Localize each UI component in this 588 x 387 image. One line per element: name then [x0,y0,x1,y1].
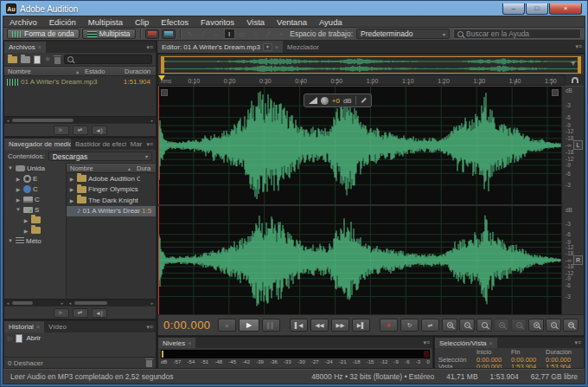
expander-icon[interactable]: ▶ [22,217,29,223]
scroll-right-icon[interactable]: ▸ [149,118,156,123]
loop-playback-button[interactable]: ⇄ [73,308,88,318]
move-tool[interactable]: ↖ [185,29,196,39]
menu-ayuda[interactable]: Ayuda [313,16,348,27]
zoom-to-out-point-button[interactable]: − [546,319,561,332]
column-name[interactable]: Nombre [67,164,128,172]
list-item[interactable]: ▶The Dark Knight [67,195,156,206]
column-duration[interactable]: Dura [137,164,156,172]
close-icon[interactable]: × [275,44,278,50]
horizontal-scrollbar[interactable]: ◂ ▸ [4,299,66,306]
scrollbar-thumb[interactable] [12,301,33,305]
panel-menu-icon[interactable]: ▾≡ [146,44,153,51]
tab-levels[interactable]: Niveles × [158,338,195,348]
zoom-out-vertical-button[interactable]: − [511,319,527,332]
close-icon[interactable]: × [188,340,191,346]
waveform-mode-button[interactable]: Forma de onda [7,29,80,39]
time-display[interactable]: 0:00.000 [163,319,215,332]
scrollbar-thumb[interactable] [74,301,107,305]
menu-ventana[interactable]: Ventana [271,16,313,27]
scroll-left-icon[interactable]: ◂ [67,300,74,306]
contents-dropdown[interactable]: Descargas ▾ [48,152,152,161]
trash-icon[interactable] [146,360,152,367]
horizontal-scrollbar[interactable]: ◂ ▸ [67,299,156,306]
tree-item-drive-e[interactable]: ▶E [4,173,66,184]
tab-files[interactable]: Archivos × [4,42,46,53]
expander-icon[interactable]: ▶ [15,197,22,203]
tree-item-folder-1[interactable]: ▶ [4,215,66,225]
menu-multipista[interactable]: Multipista [82,16,129,27]
tab-selection-view[interactable]: Selección/Vista × [435,338,497,348]
loop-playback-button[interactable]: ↻ [400,319,419,332]
menu-efectos[interactable]: Efectos [155,16,195,27]
skip-selection-button[interactable]: ⇄ [421,319,439,332]
scrollbar-thumb[interactable] [12,119,74,122]
record-button[interactable]: ● [380,319,398,332]
open-file-icon[interactable] [8,56,17,63]
play-button[interactable]: ▶ [239,319,259,332]
column-name[interactable]: Nombre [4,68,76,75]
zoom-to-in-point-button[interactable]: + [528,319,544,332]
channel-badge-l[interactable]: L [573,140,583,150]
razor-tool[interactable]: ∕ [198,29,209,39]
scroll-right-icon[interactable]: ▸ [59,300,66,306]
close-icon[interactable]: × [38,44,42,50]
expander-icon[interactable]: ▶ [68,186,75,192]
amplitude-ruler[interactable]: dB-3-6-9-12-18-∞-18-12-9-6-3LdB-3-6-9-12… [561,87,584,314]
menu-edicin[interactable]: Edición [43,16,82,27]
list-item[interactable]: ▶Finger Olympics [67,184,156,196]
tree-item-drives[interactable]: ▼Unida [4,163,66,173]
workspace-dropdown[interactable]: Predeterminado ▾ [356,29,450,39]
scroll-left-icon[interactable]: ◂ [4,118,11,123]
playhead-caret[interactable] [158,75,165,81]
panel-menu-icon[interactable]: ▾≡ [146,324,153,331]
auto-play-button[interactable]: ◄) [92,308,107,318]
lasso-selection-tool[interactable]: ○ [250,29,261,39]
tab-mixer[interactable]: Mezclador [283,41,323,53]
expander-icon[interactable]: ▶ [22,228,29,234]
slip-tool[interactable]: ↔ [211,29,222,39]
scroll-left-icon[interactable]: ◂ [4,300,11,306]
timeline-ruler[interactable]: hms 0:100:200:300:400:501:001:101:201:30… [158,74,565,86]
view-range-box[interactable] [161,56,581,74]
expander-icon[interactable]: ▶ [68,197,75,203]
tree-item-folder-2[interactable]: ▶ [4,225,66,235]
tab-editor[interactable]: Editor: 01 A Writer's Dream.mp3 ▼ × [157,41,283,53]
help-search[interactable] [453,29,581,39]
waveform-display[interactable]: +0 dB [158,87,561,314]
tree-item-drive-s[interactable]: ▼S [4,204,66,215]
auto-play-button[interactable]: ◄) [92,126,107,135]
tree-item-shortcuts[interactable]: ▼Méto [4,235,66,246]
close-icon[interactable]: × [36,324,40,330]
panel-menu-icon[interactable]: ▾≡ [146,141,153,148]
spot-healing-tool[interactable]: + [276,29,287,39]
snap-toggle[interactable] [565,74,584,86]
zoom-full-button[interactable] [476,319,492,332]
expander-icon[interactable]: ▼ [7,238,14,243]
play-button[interactable]: ▶ [54,126,69,135]
multitrack-mode-button[interactable]: Multipista [82,29,136,39]
files-search-input[interactable] [76,55,149,63]
expander-icon[interactable]: ▶ [68,176,75,182]
column-duration[interactable]: Duración [116,68,156,75]
channel-badge-r[interactable]: R [573,255,583,265]
panel-menu-icon[interactable]: ▾≡ [574,339,581,346]
time-selection-tool[interactable]: I [224,29,235,39]
pin-icon[interactable] [360,97,367,104]
tab-effects-rack[interactable]: Bastidor de efectos [71,139,126,150]
close-icon[interactable]: × [489,340,493,346]
play-button[interactable]: ▶ [54,308,69,318]
zoom-out-button[interactable]: − [459,319,475,332]
zoom-in-vertical-button[interactable]: + [494,319,509,332]
editor-corner-icon[interactable] [161,89,168,96]
expander-icon[interactable]: ▼ [15,207,22,212]
loop-playback-button[interactable]: ⇄ [73,126,88,135]
expander-icon[interactable]: ▶ [15,176,22,182]
waveform-display-button[interactable] [162,29,176,39]
tree-item-drive-c-users[interactable]: ▶C [4,184,66,194]
column-status[interactable]: Estado [85,68,116,75]
menu-archivo[interactable]: Archivo [3,16,43,27]
skip-to-end-button[interactable]: ▶▌ [352,319,370,332]
close-file-icon[interactable] [54,57,61,64]
help-search-input[interactable] [466,29,577,38]
stop-button[interactable]: ■ [218,319,236,332]
